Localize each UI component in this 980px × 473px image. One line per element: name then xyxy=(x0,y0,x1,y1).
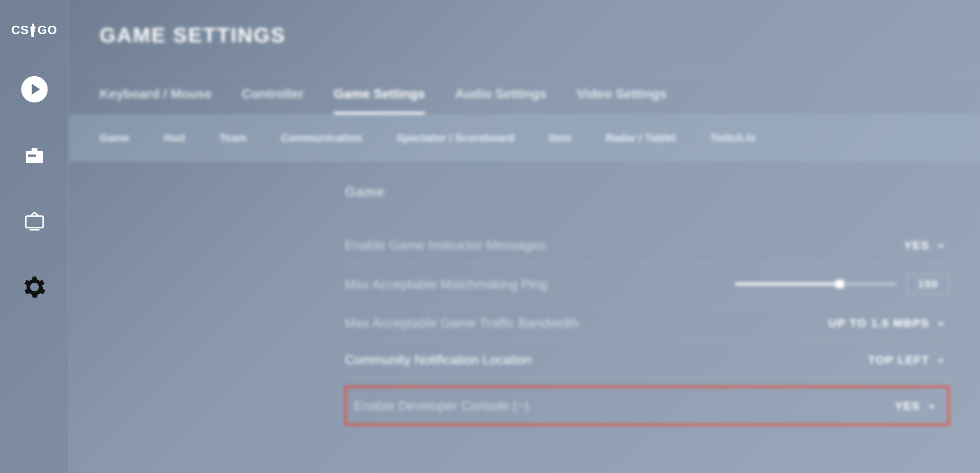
watch-button[interactable] xyxy=(21,207,48,235)
subtab-radar[interactable]: Radar / Tablet xyxy=(606,132,676,144)
svg-rect-3 xyxy=(28,154,36,157)
svg-rect-4 xyxy=(26,216,43,228)
section-title: Game xyxy=(345,184,949,200)
primary-tabs: Keyboard / Mouse Controller Game Setting… xyxy=(69,73,980,115)
settings-button[interactable] xyxy=(21,273,48,301)
inventory-button[interactable] xyxy=(21,141,48,169)
subtab-hud[interactable]: Hud xyxy=(164,132,185,144)
soldier-icon xyxy=(30,23,37,37)
svg-rect-1 xyxy=(26,151,43,163)
subtab-twitch[interactable]: Twitch.tv xyxy=(710,132,756,144)
setting-label: Max Acceptable Matchmaking Ping xyxy=(345,277,547,292)
setting-label: Enable Game Instructor Messages xyxy=(345,238,545,253)
page-header: GAME SETTINGS xyxy=(69,0,980,73)
secondary-tabs: Game Hud Team Communication Spectator / … xyxy=(69,115,980,161)
tab-game-settings[interactable]: Game Settings xyxy=(334,74,425,113)
chevron-down-icon xyxy=(936,319,946,328)
logo-right: GO xyxy=(38,23,57,37)
ping-value-box[interactable]: 150 xyxy=(907,274,949,294)
tab-controller[interactable]: Controller xyxy=(242,74,304,113)
slider-thumb[interactable] xyxy=(836,280,844,288)
chevron-down-icon xyxy=(936,241,946,250)
subtab-game[interactable]: Game xyxy=(100,132,129,144)
setting-slider-wrap: 150 xyxy=(735,274,949,294)
setting-value-text: YES xyxy=(904,239,929,252)
slider-fill xyxy=(735,282,840,286)
subtab-item[interactable]: Item xyxy=(549,132,571,144)
setting-label: Enable Developer Console (~) xyxy=(354,398,529,413)
setting-bandwidth-row[interactable]: Max Acceptable Game Traffic Bandwidth UP… xyxy=(345,305,949,342)
setting-ping-row[interactable]: Max Acceptable Matchmaking Ping 150 xyxy=(345,264,949,305)
game-logo: CS GO xyxy=(11,23,57,37)
tab-keyboard-mouse[interactable]: Keyboard / Mouse xyxy=(100,74,212,113)
chevron-down-icon xyxy=(936,355,946,365)
setting-value-dropdown[interactable]: TOP LEFT xyxy=(868,353,949,366)
setting-label: Max Acceptable Game Traffic Bandwidth xyxy=(345,315,579,330)
setting-value-dropdown[interactable]: YES xyxy=(895,399,940,412)
setting-value-text: TOP LEFT xyxy=(868,353,929,366)
tab-audio-settings[interactable]: Audio Settings xyxy=(455,74,547,113)
settings-panel: Game Enable Game Instructor Messages YES… xyxy=(69,161,980,473)
subtab-spectator[interactable]: Spectator / Scoreboard xyxy=(397,132,515,144)
svg-rect-2 xyxy=(31,148,37,151)
play-button[interactable] xyxy=(21,76,48,103)
setting-instructor-row[interactable]: Enable Game Instructor Messages YES xyxy=(345,227,949,264)
setting-value-text: UP TO 1.5 MBPS xyxy=(828,317,929,330)
chevron-down-icon xyxy=(927,401,936,411)
subtab-team[interactable]: Team xyxy=(219,132,246,144)
sidebar: CS GO xyxy=(0,0,69,473)
setting-devconsole-row[interactable]: Enable Developer Console (~) YES xyxy=(345,386,949,425)
setting-label: Community Notification Location xyxy=(345,352,532,367)
logo-left: CS xyxy=(11,23,29,37)
subtab-communication[interactable]: Communication xyxy=(281,132,362,144)
setting-value-dropdown[interactable]: UP TO 1.5 MBPS xyxy=(828,317,949,330)
setting-notification-row[interactable]: Community Notification Location TOP LEFT xyxy=(345,342,949,378)
page-title: GAME SETTINGS xyxy=(69,0,980,47)
tab-video-settings[interactable]: Video Settings xyxy=(577,74,667,113)
ping-slider[interactable] xyxy=(735,282,896,286)
setting-value-dropdown[interactable]: YES xyxy=(904,239,949,252)
setting-value-text: YES xyxy=(895,399,920,412)
